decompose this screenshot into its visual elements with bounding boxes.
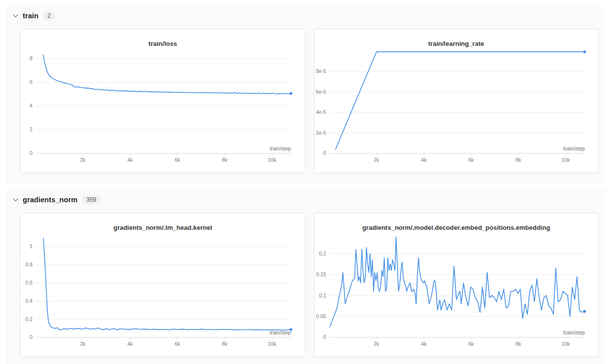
svg-text:2k: 2k <box>80 157 86 163</box>
chart-title: gradients_norm/.model.decoder.embed_posi… <box>314 224 599 233</box>
chart-title: gradients_norm/.lm_head.kernel <box>21 224 305 233</box>
svg-text:2k: 2k <box>80 341 86 347</box>
section-train: train 2 train/loss 024682k4k6k8k10ktrain… <box>6 5 604 184</box>
svg-text:0.1: 0.1 <box>319 293 326 298</box>
svg-text:6k: 6k <box>468 157 474 163</box>
charts-row: train/loss 024682k4k6k8k10ktrain/step tr… <box>6 29 604 184</box>
svg-text:4e-5: 4e-5 <box>316 109 326 115</box>
chart-title: train/loss <box>21 40 305 49</box>
panel-count-badge: 2 <box>43 11 55 20</box>
svg-text:6k: 6k <box>175 341 181 347</box>
chart-plot[interactable]: 00.20.40.60.812k4k6k8k10ktrain/step <box>21 233 305 357</box>
svg-text:8k: 8k <box>515 341 521 347</box>
chart-card[interactable]: train/loss 024682k4k6k8k10ktrain/step <box>20 29 305 173</box>
svg-text:0: 0 <box>323 334 326 340</box>
svg-text:train/step: train/step <box>270 146 291 151</box>
chevron-down-icon[interactable] <box>12 13 18 19</box>
svg-text:10k: 10k <box>561 157 570 163</box>
charts-row: gradients_norm/.lm_head.kernel 00.20.40.… <box>6 213 604 364</box>
svg-text:2k: 2k <box>374 157 380 163</box>
svg-text:0.6: 0.6 <box>25 280 33 286</box>
svg-text:4: 4 <box>30 103 33 109</box>
svg-text:0: 0 <box>323 150 326 156</box>
chart-card[interactable]: train/learning_rate 02e-54e-56e-58e-52k4… <box>314 29 599 173</box>
svg-text:4k: 4k <box>127 341 133 347</box>
svg-text:8e-5: 8e-5 <box>316 69 326 74</box>
svg-text:1: 1 <box>30 244 33 249</box>
chevron-down-icon[interactable] <box>12 197 18 203</box>
svg-text:6: 6 <box>30 79 33 85</box>
chart-title: train/learning_rate <box>314 40 599 49</box>
svg-text:6e-5: 6e-5 <box>316 89 326 95</box>
svg-text:4k: 4k <box>127 157 133 163</box>
chart-plot[interactable]: 024682k4k6k8k10ktrain/step <box>21 49 305 173</box>
svg-text:8k: 8k <box>222 157 228 163</box>
section-title[interactable]: gradients_norm <box>23 196 77 204</box>
svg-text:train/step: train/step <box>563 330 584 335</box>
chart-plot[interactable]: 00.050.10.150.22k4k6k8k10ktrain/step <box>314 233 599 357</box>
svg-text:2: 2 <box>30 127 33 132</box>
panel-count-badge: 359 <box>82 195 101 204</box>
svg-text:10k: 10k <box>268 341 277 347</box>
chart-plot[interactable]: 02e-54e-56e-58e-52k4k6k8k10ktrain/step <box>314 49 599 173</box>
svg-text:2e-5: 2e-5 <box>316 130 326 136</box>
svg-text:6k: 6k <box>468 341 474 347</box>
svg-text:0.8: 0.8 <box>25 262 33 267</box>
section-title[interactable]: train <box>23 12 38 20</box>
svg-text:10k: 10k <box>268 157 277 163</box>
svg-text:0.2: 0.2 <box>25 317 33 322</box>
svg-text:0.15: 0.15 <box>316 272 326 277</box>
svg-text:2k: 2k <box>374 341 380 347</box>
svg-text:8k: 8k <box>515 157 521 163</box>
svg-text:6k: 6k <box>175 157 181 163</box>
svg-text:0.2: 0.2 <box>319 251 326 256</box>
svg-text:0: 0 <box>30 334 33 340</box>
section-header-gradients-norm[interactable]: gradients_norm 359 <box>6 189 604 213</box>
svg-text:0: 0 <box>30 150 33 156</box>
section-gradients-norm: gradients_norm 359 gradients_norm/.lm_he… <box>6 189 604 364</box>
chart-card[interactable]: gradients_norm/.model.decoder.embed_posi… <box>314 213 599 357</box>
svg-text:train/step: train/step <box>563 146 584 151</box>
chart-card[interactable]: gradients_norm/.lm_head.kernel 00.20.40.… <box>20 213 305 357</box>
svg-text:train/step: train/step <box>270 330 291 335</box>
svg-text:4k: 4k <box>421 157 427 163</box>
svg-text:0.05: 0.05 <box>316 314 326 319</box>
svg-text:4k: 4k <box>421 341 427 347</box>
svg-text:8: 8 <box>30 56 33 61</box>
svg-text:8k: 8k <box>222 341 228 347</box>
svg-text:10k: 10k <box>561 341 570 347</box>
section-header-train[interactable]: train 2 <box>6 5 604 29</box>
svg-text:0.4: 0.4 <box>25 298 33 304</box>
